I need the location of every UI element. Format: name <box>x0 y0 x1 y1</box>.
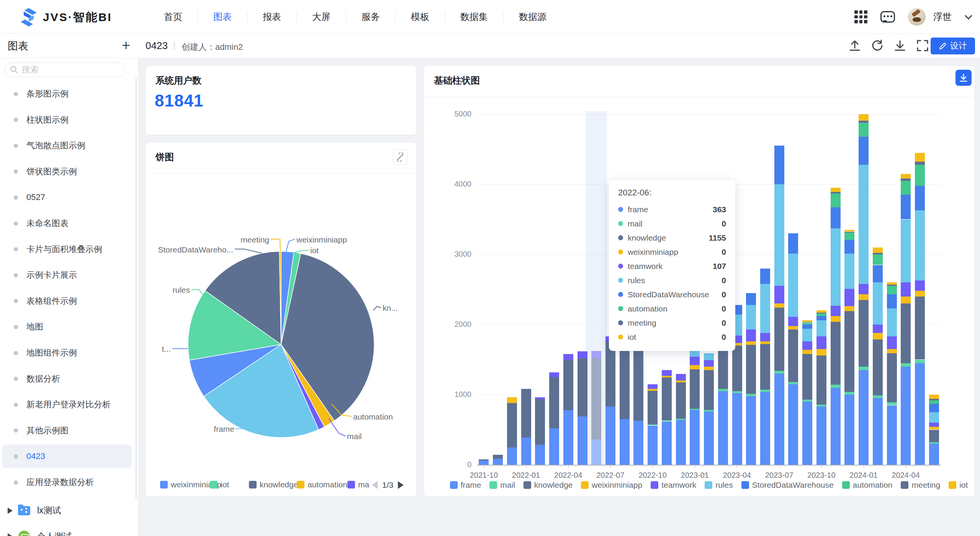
pie-legend-pager: 1/3 <box>372 480 404 490</box>
menu-item-2[interactable]: 报表 <box>247 11 296 23</box>
expand-arrow-icon[interactable] <box>8 533 13 536</box>
sidebar-item-11[interactable]: 数据分析 <box>2 367 132 391</box>
bar-segment-StoredDataWarehouse <box>788 233 798 254</box>
bar-legend-item-automation[interactable]: automation <box>842 480 893 490</box>
sidebar-item-label: 示例卡片展示 <box>26 269 77 281</box>
bar-segment-weixinminiapp <box>690 365 700 369</box>
bar-segment-knowledge <box>690 369 700 409</box>
legend-prev-icon[interactable] <box>372 481 378 489</box>
legend-label: ma <box>358 480 369 489</box>
pie-legend-item-1[interactable]: iot <box>210 480 229 489</box>
sidebar-item-4[interactable]: 0527 <box>2 185 132 209</box>
sidebar-item-9[interactable]: 地图 <box>2 315 132 339</box>
bar-segment-frame <box>873 398 883 465</box>
avatar[interactable] <box>908 8 926 26</box>
menu-item-0[interactable]: 首页 <box>149 11 198 23</box>
unlink-icon[interactable] <box>393 149 408 165</box>
refresh-icon[interactable] <box>871 39 884 52</box>
fullscreen-icon[interactable] <box>916 39 929 52</box>
tooltip-row-mail: mail0 <box>618 216 726 231</box>
search-input[interactable] <box>22 65 114 75</box>
sidebar-item-label: 未命名图表 <box>26 218 69 229</box>
menu-item-5[interactable]: 模板 <box>396 11 445 23</box>
sidebar-item-8[interactable]: 表格组件示例 <box>2 289 132 313</box>
bar-segment-frame <box>816 407 826 465</box>
bar-segment-knowledge <box>901 303 911 363</box>
upload-icon[interactable] <box>848 39 861 52</box>
pie-card: 饼图 meetingweixinminiappiotStoredDataWare… <box>146 143 416 497</box>
sidebar-item-5[interactable]: 未命名图表 <box>2 211 132 235</box>
bar-segment-meeting <box>915 162 925 164</box>
menu-item-4[interactable]: 服务 <box>346 11 395 23</box>
y-axis-label: 5000 <box>445 110 471 118</box>
message-icon[interactable] <box>880 11 895 23</box>
bar-segment-automation <box>844 233 854 239</box>
legend-next-icon[interactable] <box>398 481 404 489</box>
design-button[interactable]: 设计 <box>931 38 975 54</box>
tooltip-row-frame: frame363 <box>618 202 726 216</box>
bar-segment-rules <box>887 308 897 336</box>
apps-grid-icon[interactable] <box>854 10 867 23</box>
bar-legend-item-teamwork[interactable]: teamwork <box>651 480 696 490</box>
pie-legend-item-4[interactable]: ma <box>347 480 369 489</box>
bar-segment-automation <box>816 313 826 316</box>
bar-segment-knowledge <box>521 389 531 437</box>
bar-segment-teamwork <box>563 354 573 360</box>
chart-download-button[interactable] <box>955 70 972 86</box>
series-dot-icon <box>618 221 623 226</box>
bar-segment-knowledge <box>831 322 841 385</box>
expand-arrow-icon[interactable] <box>8 508 13 514</box>
sidebar-item-1[interactable]: 柱状图示例 <box>2 108 132 132</box>
tooltip-series-value: 0 <box>722 290 726 299</box>
bar-segment-teamwork <box>887 336 897 349</box>
menu-item-6[interactable]: 数据集 <box>445 11 503 23</box>
bar-segment-mail <box>859 367 869 370</box>
bar-segment-teamwork <box>802 341 812 350</box>
sidebar-group-0[interactable]: lx测试 <box>2 499 132 523</box>
pie-legend-item-2[interactable]: knowledge <box>249 480 298 489</box>
pie-legend-item-3[interactable]: automation <box>297 480 347 489</box>
x-axis-label: 2024-01 <box>841 471 887 480</box>
legend-label: weixinminiapp <box>592 480 642 490</box>
download-icon[interactable] <box>893 39 906 52</box>
sidebar-item-10[interactable]: 地图组件示例 <box>2 341 132 365</box>
sidebar-item-14[interactable]: 0423 <box>2 444 132 468</box>
sidebar-item-2[interactable]: 气泡散点图示例 <box>2 134 132 157</box>
tooltip-series-name: StoredDataWarehouse <box>628 290 722 299</box>
bar-legend-item-knowledge[interactable]: knowledge <box>524 480 573 490</box>
sidebar-item-7[interactable]: 示例卡片展示 <box>2 263 132 287</box>
sidebar-item-3[interactable]: 饼状图类示例 <box>2 160 132 184</box>
topbar-right: 浮世 <box>854 0 970 34</box>
bar-legend-item-weixinminiapp[interactable]: weixinminiapp <box>581 480 642 490</box>
sidebar-item-6[interactable]: 卡片与面积堆叠示例 <box>2 238 132 261</box>
sidebar-item-13[interactable]: 其他示例图 <box>2 419 132 443</box>
sidebar-group-1[interactable]: 个人测试 <box>2 525 132 536</box>
chevron-down-icon[interactable] <box>965 12 972 20</box>
bar-legend-item-rules[interactable]: rules <box>705 480 733 490</box>
add-chart-button[interactable]: + <box>122 37 130 54</box>
bar-legend-item-meeting[interactable]: meeting <box>901 480 940 490</box>
sidebar-title: 图表 <box>8 39 28 53</box>
x-axis-label: 2022-10 <box>630 471 676 480</box>
sidebar-item-label: 条形图示例 <box>26 88 69 100</box>
menu-item-7[interactable]: 数据源 <box>504 11 562 23</box>
sidebar-item-12[interactable]: 新老用户登录对比分析 <box>2 393 132 416</box>
tooltip-series-name: frame <box>628 205 713 214</box>
sidebar-item-15[interactable]: 应用登录数据分析 <box>2 470 132 494</box>
bar-segment-automation <box>802 323 812 325</box>
sidebar-scrollbar[interactable] <box>135 77 137 499</box>
bar-segment-iot <box>802 320 812 322</box>
menu-item-3[interactable]: 大屏 <box>297 11 346 23</box>
bar-legend-item-frame[interactable]: frame <box>450 480 481 490</box>
bar-legend-item-mail[interactable]: mail <box>489 480 515 490</box>
bar-legend-item-iot[interactable]: iot <box>949 480 968 490</box>
user-name[interactable]: 浮世 <box>933 11 952 23</box>
bar-legend-item-StoredDataWarehouse[interactable]: StoredDataWarehouse <box>741 480 834 490</box>
sidebar-item-0[interactable]: 条形图示例 <box>2 82 132 106</box>
brand[interactable]: JVS·智能BI <box>20 8 112 26</box>
bar-segment-teamwork <box>859 284 869 294</box>
x-axis-label: 2023-04 <box>714 471 760 480</box>
bullet-icon <box>14 195 18 200</box>
menu-item-1[interactable]: 图表 <box>198 11 247 23</box>
x-axis-tick <box>695 465 695 468</box>
